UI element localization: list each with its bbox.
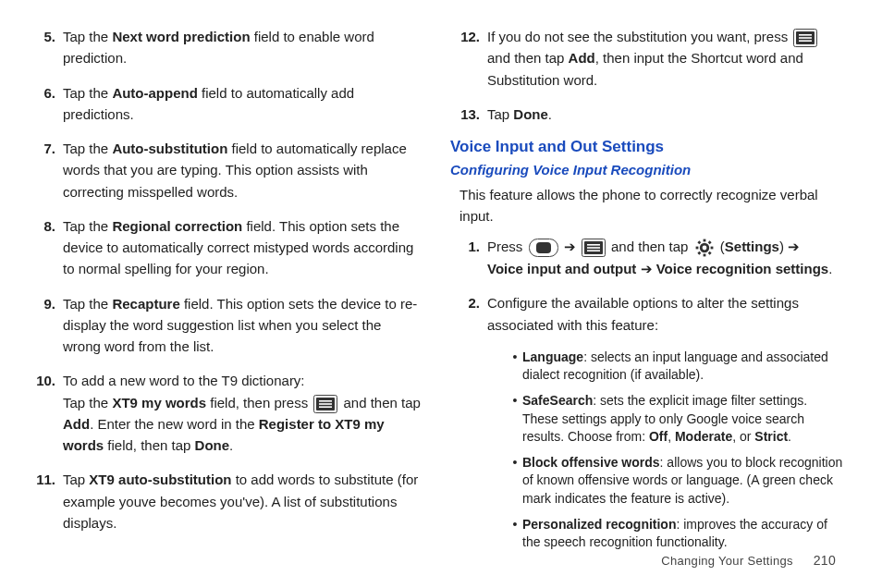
bullet-item: •Personalized recognition: improves the … — [508, 516, 845, 552]
right-column: 12.If you do not see the substitution yo… — [450, 26, 845, 559]
item-body: Tap the Auto-append field to automatical… — [63, 82, 421, 126]
svg-rect-22 — [697, 251, 701, 255]
item-body: Tap the Next word prediction field to en… — [63, 26, 421, 69]
bullet-body: Personalized recognition: improves the a… — [522, 516, 845, 552]
item-number: 5. — [26, 26, 63, 69]
bullet-item: •Block offensive words: allows you to bl… — [508, 454, 845, 508]
home-icon — [529, 239, 558, 257]
item-number: 11. — [26, 469, 63, 533]
svg-rect-14 — [587, 244, 600, 246]
svg-rect-9 — [799, 40, 812, 42]
list-item: 7.Tap the Auto-substitution field to aut… — [26, 138, 421, 202]
item-number: 8. — [26, 215, 63, 280]
item-number: 2. — [450, 292, 487, 336]
bullet-dot: • — [508, 454, 522, 508]
bullet-dot: • — [508, 516, 522, 552]
voice-bullets: •Language: selects an input language and… — [508, 349, 845, 552]
svg-rect-25 — [703, 239, 705, 242]
list-item: 5.Tap the Next word prediction field to … — [26, 26, 421, 69]
item-body: Tap the Recapture field. This option set… — [63, 293, 421, 358]
gear-icon — [694, 238, 715, 258]
left-list: 5.Tap the Next word prediction field to … — [26, 26, 421, 533]
item-number: 12. — [450, 26, 487, 91]
list-item: 9.Tap the Recapture field. This option s… — [26, 293, 421, 358]
svg-rect-20 — [707, 251, 711, 255]
intro-paragraph: This feature allows the phone to correct… — [459, 185, 845, 227]
menu-icon — [793, 29, 817, 47]
svg-point-18 — [702, 246, 706, 251]
bullet-dot: • — [508, 349, 522, 385]
list-item: 2.Configure the available options to alt… — [450, 292, 845, 336]
voice-steps: 1.Press ➔ and then tap (Settings) ➔ Voic… — [450, 236, 845, 336]
list-item: 8.Tap the Regional correction field. Thi… — [26, 215, 421, 280]
svg-rect-7 — [799, 34, 812, 36]
item-number: 10. — [26, 370, 63, 456]
svg-rect-16 — [587, 250, 600, 251]
item-body: Tap the Regional correction field. This … — [63, 215, 421, 280]
item-number: 9. — [26, 293, 63, 358]
bullet-body: Block offensive words: allows you to blo… — [522, 454, 845, 508]
item-body: If you do not see the substitution you w… — [487, 26, 845, 91]
page-footer: Changing Your Settings 210 — [661, 553, 836, 568]
page: 5.Tap the Next word prediction field to … — [0, 0, 882, 559]
menu-icon — [313, 395, 337, 413]
svg-rect-19 — [710, 247, 713, 250]
item-body: Tap Done. — [487, 104, 845, 125]
list-item: 11.Tap XT9 auto-substitution to add word… — [26, 469, 421, 533]
item-number: 7. — [26, 138, 63, 202]
svg-rect-8 — [799, 37, 812, 39]
list-item: 12.If you do not see the substitution yo… — [450, 26, 845, 91]
item-number: 13. — [450, 104, 487, 125]
svg-rect-2 — [319, 400, 332, 402]
section-subheading: Configuring Voice Input Recognition — [450, 162, 845, 178]
bullet-body: SafeSearch: sets the explicit image filt… — [522, 392, 845, 447]
list-item: 10.To add a new word to the T9 dictionar… — [26, 370, 421, 456]
svg-rect-24 — [697, 240, 701, 244]
item-body: Configure the available options to alter… — [487, 292, 845, 336]
list-item: 6.Tap the Auto-append field to automatic… — [26, 82, 421, 126]
footer-section: Changing Your Settings — [661, 554, 792, 568]
svg-rect-23 — [695, 247, 698, 250]
svg-rect-15 — [587, 247, 600, 249]
item-number: 1. — [450, 236, 487, 279]
bullet-body: Language: selects an input language and … — [522, 349, 845, 385]
right-list-12-13: 12.If you do not see the substitution yo… — [450, 26, 845, 125]
item-body: Tap the Auto-substitution field to autom… — [63, 138, 421, 202]
svg-rect-4 — [319, 406, 332, 408]
footer-page-number: 210 — [814, 553, 836, 568]
list-item: 13.Tap Done. — [450, 104, 845, 125]
menu-icon — [582, 239, 606, 257]
svg-rect-21 — [703, 254, 705, 257]
list-item: 1.Press ➔ and then tap (Settings) ➔ Voic… — [450, 236, 845, 279]
svg-rect-11 — [536, 242, 551, 253]
item-body: To add a new word to the T9 dictionary:T… — [63, 370, 421, 456]
bullet-dot: • — [508, 392, 522, 447]
bullet-item: •Language: selects an input language and… — [508, 349, 845, 385]
item-number: 6. — [26, 82, 63, 126]
section-heading: Voice Input and Out Settings — [450, 138, 845, 156]
item-body: Press ➔ and then tap (Settings) ➔ Voice … — [487, 236, 845, 279]
bullet-item: •SafeSearch: sets the explicit image fil… — [508, 392, 845, 447]
item-body: Tap XT9 auto-substitution to add words t… — [63, 469, 421, 533]
svg-rect-26 — [707, 240, 711, 244]
left-column: 5.Tap the Next word prediction field to … — [26, 26, 421, 559]
svg-rect-3 — [319, 403, 332, 405]
